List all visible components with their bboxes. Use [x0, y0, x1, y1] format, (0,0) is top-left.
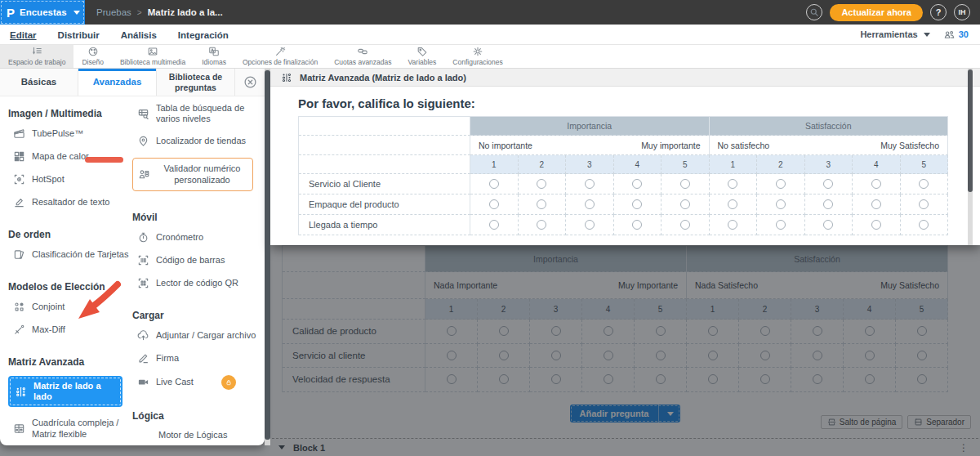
radio-button[interactable] — [680, 199, 690, 209]
radio-cell[interactable] — [519, 215, 567, 235]
sidebar-item-resaltador-de-texto[interactable]: Resaltador de texto — [13, 196, 129, 208]
toolbar-item-idiomas[interactable]: Idiomas — [194, 45, 234, 68]
preview-scrollbar[interactable] — [968, 69, 973, 245]
radio-button[interactable] — [537, 179, 546, 189]
sidebar-item-validador-num-rico-personalizado[interactable]: Validador numérico personalizado — [132, 158, 253, 190]
radio-cell[interactable] — [901, 215, 949, 235]
sidebar-item-cuadr-cula-compleja-matriz-flexible[interactable]: Cuadrícula compleja / Matriz flexible — [13, 418, 129, 439]
radio-button[interactable] — [489, 179, 499, 189]
radio-button[interactable] — [632, 199, 642, 209]
radio-button[interactable] — [728, 220, 737, 230]
update-now-button[interactable]: Actualizar ahora — [830, 4, 923, 21]
radio-cell[interactable] — [662, 194, 710, 215]
radio-cell[interactable] — [470, 215, 519, 235]
radio-cell[interactable] — [710, 215, 758, 235]
radio-cell[interactable] — [901, 194, 949, 215]
radio-cell[interactable] — [519, 174, 567, 194]
sidebar-item-tabla-de-b-squeda-de-varios-niveles[interactable]: Tabla de búsqueda de varios niveles — [137, 103, 256, 124]
radio-button[interactable] — [632, 179, 642, 189]
radio-button[interactable] — [823, 179, 833, 189]
sidebar-item-motor-de-l-gicas[interactable]: Motor de Lógicas — [137, 430, 256, 440]
toolbar-item-dise-o[interactable]: Diseño — [74, 45, 111, 68]
radio-cell[interactable] — [901, 174, 949, 194]
scrollbar-thumb[interactable] — [265, 70, 270, 440]
sidebar-item-matriz-de-lado-a-lado[interactable]: Matriz de lado a lado — [8, 376, 122, 407]
avatar[interactable]: IH — [954, 4, 970, 20]
help-button[interactable]: ? — [930, 4, 947, 20]
sidebar-item-adjuntar-cargar-archivo[interactable]: Adjuntar / Cargar archivo — [137, 329, 256, 342]
radio-button[interactable] — [537, 220, 546, 230]
sidebar-tab-b-sicas[interactable]: Básicas — [0, 69, 78, 96]
radio-cell[interactable] — [805, 215, 853, 235]
radio-cell[interactable] — [519, 194, 567, 215]
sidebar-item-firma[interactable]: Firma — [137, 352, 256, 364]
radio-button[interactable] — [489, 199, 499, 209]
radio-button[interactable] — [776, 179, 786, 189]
nav-tab-editar[interactable]: Editar — [10, 27, 37, 42]
toolbar-item-variables[interactable]: Variables — [400, 45, 445, 68]
radio-button[interactable] — [632, 220, 642, 230]
radio-button[interactable] — [585, 220, 595, 230]
sidebar-item-c-digo-de-barras[interactable]: Código de barras — [137, 254, 256, 266]
collaborators[interactable]: 30 — [943, 29, 969, 41]
radio-button[interactable] — [823, 220, 833, 230]
radio-button[interactable] — [919, 220, 929, 230]
product-switcher[interactable]: P Encuestas — [0, 0, 85, 25]
radio-cell[interactable] — [662, 174, 710, 194]
nav-tab-integraci-n[interactable]: Integración — [178, 27, 229, 42]
radio-cell[interactable] — [805, 174, 853, 194]
sidebar-item-max-diff[interactable]: Max-Diff — [13, 324, 129, 336]
radio-button[interactable] — [919, 199, 929, 209]
radio-cell[interactable] — [853, 174, 901, 194]
radio-cell[interactable] — [566, 215, 614, 235]
radio-button[interactable] — [823, 199, 833, 209]
question-library-close-button[interactable] — [235, 69, 265, 96]
radio-cell[interactable] — [566, 194, 614, 215]
radio-cell[interactable] — [662, 215, 710, 235]
sidebar-item-localizador-de-tiendas[interactable]: Localizador de tiendas — [137, 135, 256, 147]
sidebar-item-lector-de-c-digo-qr[interactable]: Lector de código QR — [137, 277, 256, 289]
radio-cell[interactable] — [614, 215, 662, 235]
radio-cell[interactable] — [710, 174, 758, 194]
radio-cell[interactable] — [853, 215, 901, 235]
sidebar-tab-biblioteca-de-preguntas[interactable]: Biblioteca de preguntas — [157, 69, 235, 96]
nav-tab-distribuir[interactable]: Distribuir — [58, 27, 100, 42]
sidebar-scrollbar[interactable] — [265, 69, 270, 445]
radio-cell[interactable] — [757, 194, 805, 215]
radio-button[interactable] — [680, 220, 690, 230]
radio-button[interactable] — [728, 199, 737, 209]
radio-cell[interactable] — [470, 174, 519, 194]
nav-tab-an-lisis[interactable]: Análisis — [121, 27, 157, 42]
sidebar-item-live-cast[interactable]: Live Cast — [137, 375, 256, 390]
radio-cell[interactable] — [853, 194, 901, 215]
toolbar-item-cuotas-avanzadas[interactable]: Cuotas avanzadas — [326, 45, 399, 68]
sidebar-item-cron-metro[interactable]: Cronómetro — [137, 231, 256, 244]
radio-button[interactable] — [871, 179, 881, 189]
radio-cell[interactable] — [710, 194, 758, 215]
toolbar-item-configuraciones[interactable]: Configuraciones — [444, 45, 510, 68]
radio-button[interactable] — [585, 179, 595, 189]
radio-cell[interactable] — [614, 174, 662, 194]
sidebar-item-hotspot[interactable]: HotSpot — [13, 173, 129, 186]
radio-button[interactable] — [537, 199, 546, 209]
radio-cell[interactable] — [757, 174, 805, 194]
radio-button[interactable] — [776, 199, 786, 209]
radio-cell[interactable] — [805, 194, 853, 215]
radio-button[interactable] — [919, 179, 929, 189]
radio-cell[interactable] — [566, 174, 614, 194]
search-button[interactable] — [806, 4, 822, 20]
radio-button[interactable] — [871, 220, 881, 230]
radio-cell[interactable] — [614, 194, 662, 215]
toolbar-item-biblioteca-multimedia[interactable]: Biblioteca multimedia — [112, 45, 194, 68]
scrollbar-thumb[interactable] — [968, 69, 973, 192]
sidebar-tab-avanzadas[interactable]: Avanzadas — [78, 69, 157, 96]
sidebar-item-clasificaci-n-de-tarjetas[interactable]: Clasificación de Tarjetas — [13, 248, 129, 261]
tools-menu[interactable]: Herramientas — [860, 29, 929, 39]
breadcrumb-parent[interactable]: Pruebas — [96, 7, 131, 17]
sidebar-item-tubepulse[interactable]: TubePulse™ — [13, 127, 129, 140]
toolbar-item-espacio-de-trabajo[interactable]: Espacio de trabajo — [0, 45, 74, 68]
radio-button[interactable] — [871, 199, 881, 209]
toolbar-item-opciones-de-finalizaci-n[interactable]: Opciones de finalización — [234, 45, 326, 68]
radio-button[interactable] — [728, 179, 737, 189]
radio-button[interactable] — [776, 220, 786, 230]
